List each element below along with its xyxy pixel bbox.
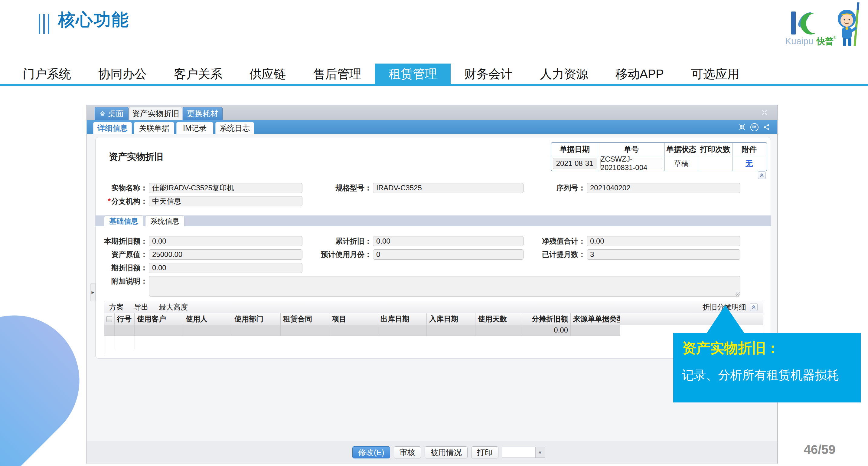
col-row-number[interactable]: 行号 [115, 313, 134, 325]
col-customer[interactable]: 使用客户 [134, 313, 183, 325]
tab-detail-info[interactable]: 详细信息 [93, 122, 132, 134]
nav-item-finance[interactable]: 财务会计 [451, 63, 526, 84]
remark-textarea[interactable] [149, 276, 740, 296]
tab-label: 关联单据 [139, 123, 169, 133]
share-button[interactable] [761, 122, 772, 132]
toolbar-scheme-button[interactable]: 方案 [109, 302, 124, 312]
label-accrued-months: 已计提月数： [525, 249, 586, 260]
grid-data-row[interactable]: 0.00 [104, 325, 620, 336]
accrued-months-field[interactable]: 3 [587, 249, 740, 260]
doc-table-data-row: 2021-08-31 ZCSWZJ-20210831-004 草稿 无 [551, 156, 767, 171]
doc-col-date: 单据日期 [551, 143, 598, 156]
expected-months-field[interactable]: 0 [373, 249, 524, 260]
nav-item-hr[interactable]: 人力资源 [526, 63, 602, 84]
tab-related-docs[interactable]: 关联单据 [134, 122, 174, 134]
attachment-link[interactable]: 无 [745, 158, 753, 168]
document-info-table: 单据日期 单号 单据状态 打印次数 附件 2021-08-31 ZCSWZJ-2… [551, 142, 767, 171]
window-tab-label: 更换耗材 [187, 108, 218, 119]
im-chat-button[interactable]: IM [749, 122, 760, 132]
grid-empty-column-line [115, 336, 115, 349]
grid-header-row: 行号 使用客户 使用人 使用部门 租赁合同 项目 出库日期 入库日期 使用天数 … [104, 313, 763, 325]
col-outbound-date[interactable]: 出库日期 [378, 313, 427, 325]
toolbar-export-button[interactable]: 导出 [134, 302, 149, 312]
textarea-resize-handle-icon[interactable] [736, 292, 740, 296]
branch-field[interactable]: 中天信息 [149, 196, 303, 206]
nav-item-portal[interactable]: 门户系统 [9, 63, 85, 84]
nav-item-supply-chain[interactable]: 供应链 [236, 63, 300, 84]
net-residual-total-field[interactable]: 0.00 [587, 236, 740, 246]
usage-status-button[interactable]: 被用情况 [425, 446, 468, 459]
label-serial: 序列号： [525, 183, 586, 193]
collapse-window-button[interactable] [760, 108, 770, 118]
compress-button[interactable] [737, 122, 747, 132]
toolbar-max-height-button[interactable]: 最大高度 [159, 302, 188, 312]
col-usage-days[interactable]: 使用天数 [475, 313, 522, 325]
tab-label: 基础信息 [109, 216, 138, 226]
nav-item-leasing-active[interactable]: 租赁管理 [375, 63, 451, 84]
mascot-monkey [838, 2, 858, 46]
doc-date-value[interactable]: 2021-08-31 [553, 158, 597, 169]
home-icon [99, 111, 105, 117]
window-tab-replace-consumables[interactable]: 更换耗材 [183, 107, 223, 120]
serial-field[interactable]: 2021040202 [587, 183, 740, 193]
collapse-grid-button[interactable] [750, 303, 757, 311]
print-button[interactable]: 打印 [471, 446, 498, 459]
share-icon [763, 123, 770, 131]
tab-basic-info[interactable]: 基础信息 [104, 215, 143, 226]
doc-col-attachment: 附件 [733, 143, 766, 156]
doc-table-header-row: 单据日期 单号 单据状态 打印次数 附件 [551, 143, 767, 156]
col-share-amount[interactable]: 分摊折旧额 [522, 313, 571, 325]
panel-collapse-handle[interactable]: ▶ [90, 284, 96, 301]
col-department[interactable]: 使用部门 [232, 313, 281, 325]
label-asset-name: 实物名称： [96, 183, 148, 193]
label-expected-months: 预计使用月份： [307, 249, 372, 260]
label-accumulated-depreciation: 累计折旧： [307, 236, 372, 246]
label-period-depreciation: 期折旧额： [96, 263, 148, 273]
accumulated-depreciation-field[interactable]: 0.00 [373, 236, 524, 246]
tab-label: 详细信息 [97, 123, 128, 133]
col-project[interactable]: 项目 [329, 313, 378, 325]
double-chevron-up-icon [760, 173, 764, 178]
asset-original-value-field[interactable]: 25000.00 [149, 249, 303, 260]
logo-mark-stem [791, 11, 796, 34]
current-depreciation-field[interactable]: 0.00 [149, 236, 303, 246]
required-asterisk: * [108, 197, 111, 205]
label-current-depreciation: 本期折旧额： [96, 236, 148, 246]
allocation-grid: 方案 导出 最大高度 折旧分摊明细 行号 使用客户 使用人 使用部门 租赁合同 [104, 301, 763, 354]
share-amount-value: 0.00 [522, 325, 571, 336]
label-asset-original-value: 资产原值： [96, 249, 148, 260]
nav-item-crm[interactable]: 客户关系 [160, 63, 236, 84]
audit-button[interactable]: 审核 [394, 446, 421, 459]
label-branch-text: 分支机构： [111, 197, 148, 205]
modify-button[interactable]: 修改(E) [352, 446, 390, 459]
select-all-checkbox[interactable] [106, 316, 112, 322]
window-tab-asset-depreciation[interactable]: 资产实物折旧 [129, 107, 182, 120]
window-tab-bar: 桌面 资产实物折旧 更换耗材 [87, 105, 777, 120]
doc-col-print-count: 打印次数 [698, 143, 733, 156]
model-field[interactable]: IRADV-C3525 [373, 183, 524, 193]
tab-system-info[interactable]: 系统信息 [145, 215, 185, 226]
col-source-doc-type[interactable]: 来源单单据类型 [571, 313, 620, 325]
nav-item-mobile-app[interactable]: 移动APP [602, 63, 678, 84]
nav-item-optional-apps[interactable]: 可选应用 [678, 63, 753, 84]
form-heading: 资产实物折旧 [109, 151, 163, 163]
footer-dropdown[interactable]: ▼ [502, 447, 545, 458]
doc-number-value[interactable]: ZCSWZJ-20210831-004 [600, 158, 663, 169]
nav-item-collab[interactable]: 协同办公 [85, 63, 160, 84]
col-inbound-date[interactable]: 入库日期 [427, 313, 475, 325]
handle-arrow-icon: ▶ [91, 290, 94, 294]
period-depreciation-field[interactable]: 0.00 [149, 263, 303, 273]
col-user[interactable]: 使用人 [183, 313, 232, 325]
asset-name-field[interactable]: 佳能IRADV-C3525复印机 [149, 183, 303, 193]
col-lease-contract[interactable]: 租赁合同 [281, 313, 329, 325]
window-tab-desktop[interactable]: 桌面 [95, 107, 128, 120]
tab-system-log[interactable]: 系统日志 [215, 122, 254, 134]
collapse-doc-info-button[interactable] [758, 171, 766, 179]
slide-page-number: 46/59 [786, 442, 853, 457]
window-tab-label: 桌面 [108, 108, 124, 119]
label-net-residual-total: 净残值合计： [525, 236, 586, 246]
logo-text-en: Kuaipu [785, 36, 813, 46]
tab-im-records[interactable]: IM记录 [176, 122, 213, 134]
tab-label: 系统信息 [150, 216, 179, 226]
nav-item-after-sales[interactable]: 售后管理 [300, 63, 375, 84]
